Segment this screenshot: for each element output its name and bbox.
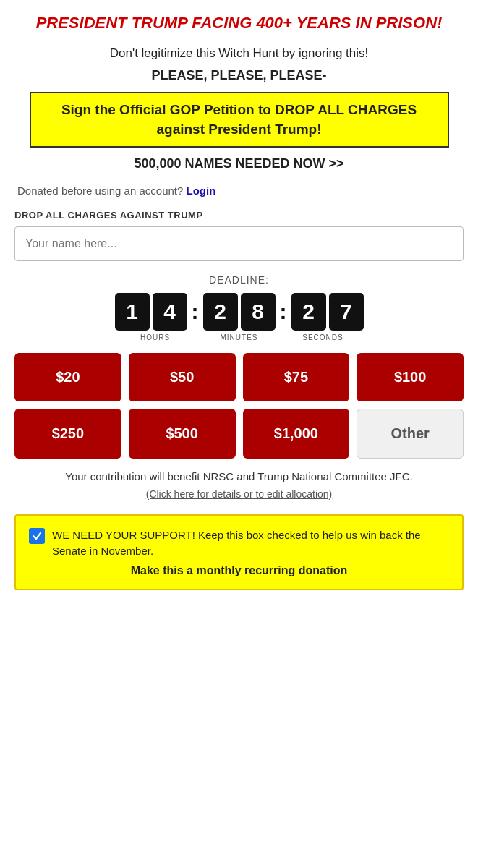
login-row: Donated before using an account? Login [14,184,464,197]
seconds-label-group: SECONDS [286,333,361,341]
donation-btn-75[interactable]: $75 [243,353,350,401]
donation-btn-50[interactable]: $50 [129,353,236,401]
donation-btn-250[interactable]: $250 [14,409,121,459]
form-section: DROP ALL CHARGES AGAINST TRUMP [14,210,464,261]
minutes-digit-2: 8 [241,293,276,331]
support-text: WE NEED YOUR SUPPORT! Keep this box chec… [52,527,449,560]
please-text: PLEASE, PLEASE, PLEASE- [14,68,464,83]
seconds-digit-2: 7 [329,293,364,331]
hours-label-group: HOURS [118,333,193,341]
deadline-section: DEADLINE: 1 4 : 2 8 : 2 7 HOURS MINUTES … [14,274,464,341]
donation-btn-100[interactable]: $100 [357,353,464,401]
names-needed: 500,000 NAMES NEEDED NOW >> [14,156,464,171]
form-label: DROP ALL CHARGES AGAINST TRUMP [14,210,464,221]
donation-btn-20[interactable]: $20 [14,353,121,401]
monthly-text: Make this a monthly recurring donation [29,564,449,577]
countdown-labels: HOURS MINUTES SECONDS [14,333,464,341]
support-box-row: WE NEED YOUR SUPPORT! Keep this box chec… [29,527,449,560]
seconds-label: SECONDS [302,333,343,341]
main-headline: PRESIDENT TRUMP FACING 400+ YEARS IN PRI… [14,13,464,34]
donation-btn-other[interactable]: Other [357,409,464,459]
minutes-label-group: MINUTES [202,333,277,341]
colon-1: : [190,293,200,331]
hours-digit-1: 1 [115,293,150,331]
support-box: WE NEED YOUR SUPPORT! Keep this box chec… [14,514,464,590]
subtext: Don't legitimize this Witch Hunt by igno… [14,44,464,63]
minutes-label: MINUTES [221,333,258,341]
countdown-row: 1 4 : 2 8 : 2 7 [14,293,464,331]
login-text: Donated before using an account? [17,184,183,197]
checkbox-icon[interactable] [29,528,45,544]
colon-2: : [278,293,289,331]
name-input[interactable] [14,226,464,261]
donation-grid: $20 $50 $75 $100 $250 $500 $1,000 Other [14,353,464,459]
hours-label: HOURS [140,333,170,341]
seconds-digit-1: 2 [291,293,326,331]
donation-btn-500[interactable]: $500 [129,409,236,459]
benefit-text: Your contribution will benefit NRSC and … [14,469,464,485]
deadline-label: DEADLINE: [14,274,464,286]
login-link[interactable]: Login [187,184,216,197]
donation-btn-1000[interactable]: $1,000 [243,409,350,459]
minutes-digit-1: 2 [203,293,238,331]
petition-box: Sign the Official GOP Petition to DROP A… [30,92,449,148]
allocation-link-container: (Click here for details or to edit alloc… [14,488,464,500]
allocation-link[interactable]: (Click here for details or to edit alloc… [146,488,333,500]
hours-digit-2: 4 [153,293,187,331]
